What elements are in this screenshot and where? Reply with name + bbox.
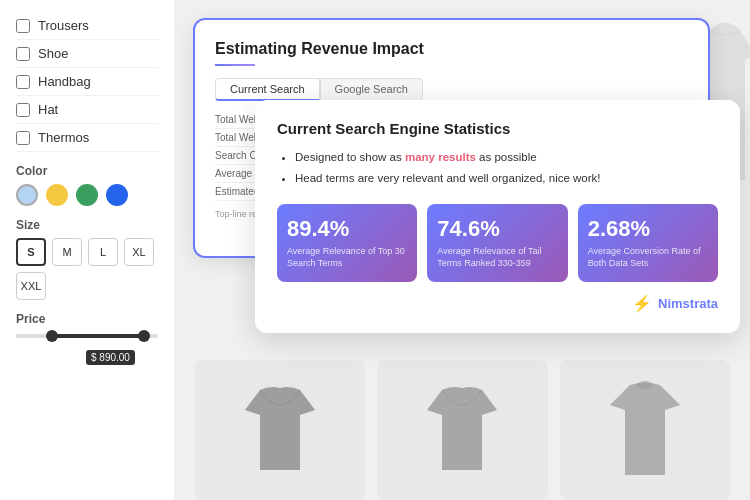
price-slider[interactable] (16, 334, 158, 338)
stats-bullet-0: Designed to show as many results as poss… (295, 149, 718, 165)
color-swatch-green[interactable] (76, 184, 98, 206)
size-btn-xl[interactable]: XL (124, 238, 154, 266)
revenue-card-title: Estimating Revenue Impact (215, 40, 688, 58)
filter-label-thermos: Thermos (38, 130, 89, 145)
svg-point-0 (637, 381, 653, 389)
size-btn-xxl[interactable]: XXL (16, 272, 46, 300)
price-thumb-left[interactable] (46, 330, 58, 342)
metric-label-0: Average Relevance of Top 30 Search Terms (287, 246, 407, 269)
metric-card-0: 89.4%Average Relevance of Top 30 Search … (277, 204, 417, 281)
filter-checkbox-hat[interactable] (16, 103, 30, 117)
color-swatch-blue-dark[interactable] (106, 184, 128, 206)
metric-value-1: 74.6% (437, 216, 557, 242)
metric-card-2: 2.68%Average Conversion Rate of Both Dat… (578, 204, 718, 281)
filter-item-handbag[interactable]: Handbag (16, 68, 158, 96)
metric-value-0: 89.4% (287, 216, 407, 242)
filter-checkbox-trousers[interactable] (16, 19, 30, 33)
revenue-tab-0[interactable]: Current Search (215, 78, 320, 101)
color-swatches (16, 184, 158, 206)
price-thumb-right[interactable] (138, 330, 150, 342)
filter-checkbox-thermos[interactable] (16, 131, 30, 145)
metric-value-2: 2.68% (588, 216, 708, 242)
filter-label-shoe: Shoe (38, 46, 68, 61)
filter-label-trousers: Trousers (38, 18, 89, 33)
price-slider-fill (52, 334, 144, 338)
metric-label-1: Average Relevance of Tail Terms Ranked 3… (437, 246, 557, 269)
stats-bullets: Designed to show as many results as poss… (277, 149, 718, 186)
sidebar: TrousersShoeHandbagHatThermos Color Size… (0, 0, 175, 500)
brand-icon: ⚡ (632, 294, 652, 313)
revenue-tabs: Current SearchGoogle Search (215, 78, 688, 101)
metric-label-2: Average Conversion Rate of Both Data Set… (588, 246, 708, 269)
stats-card-title: Current Search Engine Statistics (277, 120, 718, 137)
size-btn-s[interactable]: S (16, 238, 46, 266)
metric-card-1: 74.6%Average Relevance of Tail Terms Ran… (427, 204, 567, 281)
filter-item-trousers[interactable]: Trousers (16, 12, 158, 40)
filter-label-hat: Hat (38, 102, 58, 117)
filter-checkbox-handbag[interactable] (16, 75, 30, 89)
product-row (175, 340, 750, 500)
revenue-tab-1[interactable]: Google Search (320, 78, 423, 101)
stats-bullet-1: Head terms are very relevant and well or… (295, 170, 718, 186)
size-grid: SMLXLXXL (16, 238, 158, 300)
revenue-underline (215, 64, 255, 66)
size-section-title: Size (16, 218, 158, 232)
product-card-2[interactable] (560, 360, 730, 500)
price-value: $ 890.00 (86, 350, 135, 365)
stats-card: Current Search Engine Statistics Designe… (255, 100, 740, 333)
stats-metrics: 89.4%Average Relevance of Top 30 Search … (277, 204, 718, 281)
filter-item-hat[interactable]: Hat (16, 96, 158, 124)
size-btn-m[interactable]: M (52, 238, 82, 266)
brand-logo: Nimstrata (658, 296, 718, 311)
price-section-title: Price (16, 312, 158, 326)
color-swatch-blue-light[interactable] (16, 184, 38, 206)
filter-checkbox-shoe[interactable] (16, 47, 30, 61)
color-swatch-yellow[interactable] (46, 184, 68, 206)
filter-label-handbag: Handbag (38, 74, 91, 89)
stats-highlight: many results (405, 151, 476, 163)
stats-footer: ⚡ Nimstrata (277, 294, 718, 313)
color-section-title: Color (16, 164, 158, 178)
product-card-0[interactable] (195, 360, 365, 500)
filter-item-shoe[interactable]: Shoe (16, 40, 158, 68)
main-content: Estimating Revenue Impact Current Search… (175, 0, 750, 500)
filter-item-thermos[interactable]: Thermos (16, 124, 158, 152)
size-btn-l[interactable]: L (88, 238, 118, 266)
product-card-1[interactable] (377, 360, 547, 500)
